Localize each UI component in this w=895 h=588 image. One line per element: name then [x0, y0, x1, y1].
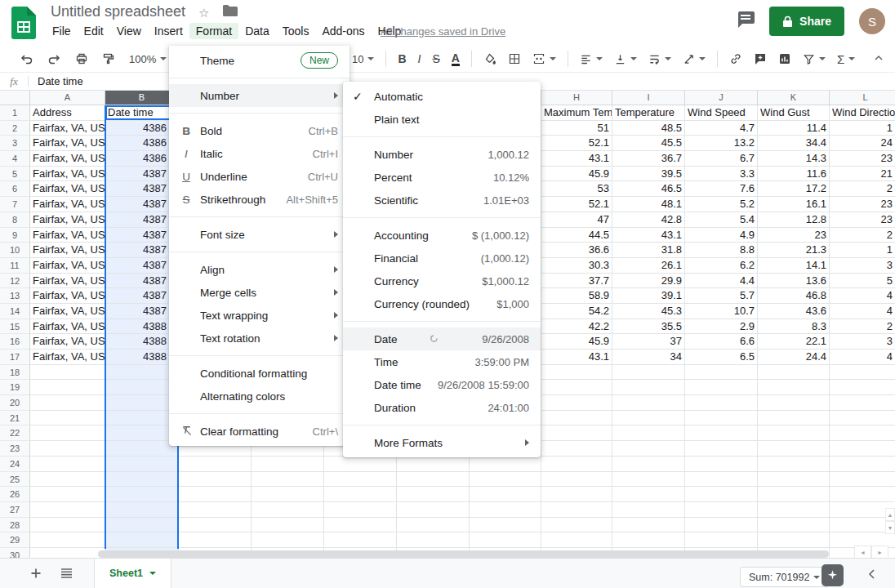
cell-A15[interactable]: Fairfax, VA, US: [30, 319, 105, 335]
number-menu-item-currency-rounded[interactable]: Currency (rounded)$1,000: [343, 292, 541, 315]
cell-I24[interactable]: [612, 457, 685, 472]
cell-B12[interactable]: 4387: [105, 274, 179, 289]
cell-J10[interactable]: 8.8: [685, 243, 758, 258]
menu-add-ons[interactable]: Add-ons: [315, 23, 371, 39]
cell-L10[interactable]: 1: [830, 243, 895, 258]
row-header-26[interactable]: 26: [0, 487, 30, 502]
column-header-b[interactable]: B: [105, 91, 179, 105]
cell-H19[interactable]: [541, 380, 612, 395]
collapse-toolbar-button[interactable]: [872, 51, 885, 68]
cell-J29[interactable]: [685, 532, 758, 548]
cell-I14[interactable]: 45.3: [612, 304, 685, 319]
row-header-18[interactable]: 18: [0, 365, 30, 381]
sheets-logo-icon[interactable]: [11, 7, 36, 42]
vertical-align-button[interactable]: [614, 53, 637, 65]
cell-J23[interactable]: [685, 441, 758, 457]
cell-A7[interactable]: Fairfax, VA, US: [30, 197, 105, 212]
format-menu-item-theme[interactable]: ThemeNew: [169, 49, 350, 72]
cell-L8[interactable]: 23: [830, 212, 895, 228]
cell-H27[interactable]: [541, 502, 612, 518]
cell-J16[interactable]: 6.6: [685, 334, 758, 350]
cell-B6[interactable]: 4387: [105, 181, 179, 197]
cell-I5[interactable]: 39.5: [612, 167, 685, 182]
menu-edit[interactable]: Edit: [78, 23, 110, 39]
cell-H21[interactable]: [541, 411, 612, 426]
cell-I26[interactable]: [612, 487, 685, 502]
number-menu-item-financial[interactable]: Financial(1,000.12): [343, 247, 541, 270]
cell-K22[interactable]: [758, 425, 830, 441]
cell-A19[interactable]: [30, 380, 105, 395]
cell-A16[interactable]: Fairfax, VA, US: [30, 334, 105, 350]
cell-L5[interactable]: 21: [830, 167, 895, 182]
cell-K23[interactable]: [758, 441, 830, 457]
cell-A23[interactable]: [30, 441, 105, 457]
cell-J14[interactable]: 10.7: [685, 304, 758, 319]
row-header-21[interactable]: 21: [0, 411, 30, 426]
cell-A6[interactable]: Fairfax, VA, US: [30, 181, 105, 197]
menu-format[interactable]: Format: [189, 23, 238, 39]
cell-K25[interactable]: [758, 472, 830, 488]
cell-I19[interactable]: [612, 380, 685, 395]
menu-tools[interactable]: Tools: [276, 23, 316, 39]
menu-view[interactable]: View: [110, 23, 148, 39]
cell-K24[interactable]: [758, 457, 830, 472]
sum-badge[interactable]: Sum: 701992: [740, 567, 829, 587]
number-menu-item-number[interactable]: Number1,000.12: [343, 143, 541, 166]
cell-I17[interactable]: 34: [612, 350, 685, 365]
cell-A26[interactable]: [30, 487, 105, 502]
cell-G28[interactable]: [470, 518, 541, 533]
cell-D29[interactable]: [252, 532, 324, 548]
cell-H28[interactable]: [541, 518, 612, 533]
cell-K10[interactable]: 21.3: [758, 243, 830, 258]
cell-B8[interactable]: 4387: [105, 212, 179, 228]
cell-C25[interactable]: [179, 472, 252, 488]
row-header-23[interactable]: 23: [0, 441, 30, 457]
cell-I9[interactable]: 43.1: [612, 228, 685, 243]
cell-K6[interactable]: 17.2: [758, 181, 830, 197]
cell-H10[interactable]: 36.6: [541, 243, 612, 258]
cell-L1[interactable]: Wind Directio: [830, 105, 895, 121]
cell-B19[interactable]: [105, 380, 179, 395]
cell-J21[interactable]: [685, 411, 758, 426]
cell-J13[interactable]: 5.7: [685, 288, 758, 304]
cell-J5[interactable]: 3.3: [685, 167, 758, 182]
cell-E29[interactable]: [324, 532, 397, 548]
row-header-20[interactable]: 20: [0, 395, 30, 411]
cell-B25[interactable]: [105, 472, 179, 488]
cell-B10[interactable]: 4387: [105, 243, 179, 258]
cell-B7[interactable]: 4387: [105, 197, 179, 212]
cell-J27[interactable]: [685, 502, 758, 518]
cell-J3[interactable]: 13.2: [685, 136, 758, 151]
cell-G26[interactable]: [470, 487, 541, 502]
cell-G24[interactable]: [470, 457, 541, 472]
cell-I4[interactable]: 36.7: [612, 151, 685, 167]
merge-cells-button[interactable]: [532, 52, 556, 65]
cell-L4[interactable]: 23: [830, 151, 895, 167]
cell-J7[interactable]: 5.2: [685, 197, 758, 212]
cell-I1[interactable]: Temperature: [612, 105, 685, 121]
cell-J22[interactable]: [685, 425, 758, 441]
cell-H11[interactable]: 30.3: [541, 258, 612, 274]
format-menu-item-text-rotation[interactable]: Text rotation: [169, 327, 350, 350]
cell-H14[interactable]: 54.2: [541, 304, 612, 319]
strikethrough-button[interactable]: S: [432, 53, 439, 65]
cell-L15[interactable]: 2: [830, 319, 895, 335]
cell-A20[interactable]: [30, 395, 105, 411]
cell-B17[interactable]: 4388: [105, 350, 179, 365]
cell-B16[interactable]: 4388: [105, 334, 179, 350]
cell-H12[interactable]: 37.7: [541, 274, 612, 289]
cell-I12[interactable]: 29.9: [612, 274, 685, 289]
cell-J17[interactable]: 6.5: [685, 350, 758, 365]
cell-J28[interactable]: [685, 518, 758, 533]
cell-K4[interactable]: 14.3: [758, 151, 830, 167]
cell-L7[interactable]: 23: [830, 197, 895, 212]
cell-K29[interactable]: [758, 532, 830, 548]
cell-J20[interactable]: [685, 395, 758, 411]
cell-I18[interactable]: [612, 365, 685, 381]
cell-A17[interactable]: Fairfax, VA, US: [30, 350, 105, 365]
cell-K2[interactable]: 11.4: [758, 121, 830, 136]
cell-L18[interactable]: [830, 365, 895, 381]
select-all-corner[interactable]: [0, 91, 30, 105]
text-color-button[interactable]: A: [452, 52, 460, 66]
move-to-folder-icon[interactable]: [223, 5, 238, 20]
